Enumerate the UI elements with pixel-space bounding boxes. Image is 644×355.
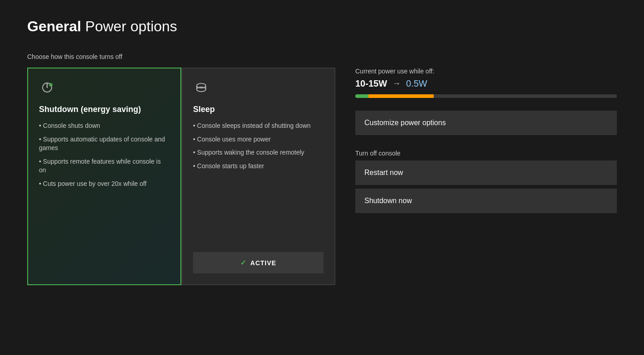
shutdown-feature-1: Console shuts down	[39, 122, 169, 131]
power-current: 10-15W	[355, 78, 387, 89]
sleep-feature-1: Console sleeps instead of shutting down	[193, 122, 324, 131]
shutdown-feature-3: Supports remote features while console i…	[39, 157, 169, 175]
right-panel: Current power use while off: 10-15W → 0.…	[346, 68, 617, 213]
page-title-rest: Power options	[81, 18, 177, 34]
power-new: 0.5W	[406, 78, 427, 89]
shutdown-card-title: Shutdown (energy saving)	[39, 105, 169, 114]
restart-button[interactable]: Restart now	[355, 160, 617, 185]
sleep-card[interactable]: Sleep Console sleeps instead of shutting…	[181, 68, 335, 285]
power-values: 10-15W → 0.5W	[355, 78, 617, 89]
checkmark-icon: ✓	[240, 258, 247, 267]
sleep-feature-2: Console uses more power	[193, 135, 324, 144]
shutdown-feature-2: Supports automatic updates of console an…	[39, 135, 169, 153]
section-label: Choose how this console turns off	[27, 53, 617, 60]
page-container: General Power options Choose how this co…	[27, 18, 617, 285]
sleep-card-title: Sleep	[193, 105, 324, 114]
sleep-feature-3: Supports waking the console remotely	[193, 148, 324, 157]
power-bar-fill	[355, 94, 617, 98]
shutdown-feature-4: Cuts power use by over 20x while off	[39, 180, 169, 189]
active-badge: ✓ ACTIVE	[193, 252, 324, 273]
turn-off-label: Turn off console	[355, 150, 617, 157]
shutdown-card-features: Console shuts down Supports automatic up…	[39, 122, 169, 273]
shutdown-button[interactable]: Shutdown now	[355, 189, 617, 213]
page-title: General Power options	[27, 18, 617, 35]
customize-button[interactable]: Customize power options	[355, 111, 617, 135]
power-info-label: Current power use while off:	[355, 68, 617, 75]
shutdown-card[interactable]: Shutdown (energy saving) Console shuts d…	[27, 68, 181, 285]
power-cards: Shutdown (energy saving) Console shuts d…	[27, 68, 335, 285]
power-info: Current power use while off: 10-15W → 0.…	[355, 68, 617, 98]
sleep-card-features: Console sleeps instead of shutting down …	[193, 122, 324, 252]
page-title-bold: General	[27, 18, 81, 34]
power-bar	[355, 94, 617, 98]
main-content: Shutdown (energy saving) Console shuts d…	[27, 68, 617, 285]
power-arrow: →	[392, 79, 401, 88]
sleep-feature-4: Console starts up faster	[193, 162, 324, 171]
sleep-icon	[193, 79, 211, 97]
shutdown-icon	[39, 79, 57, 97]
active-label: ACTIVE	[250, 259, 276, 267]
